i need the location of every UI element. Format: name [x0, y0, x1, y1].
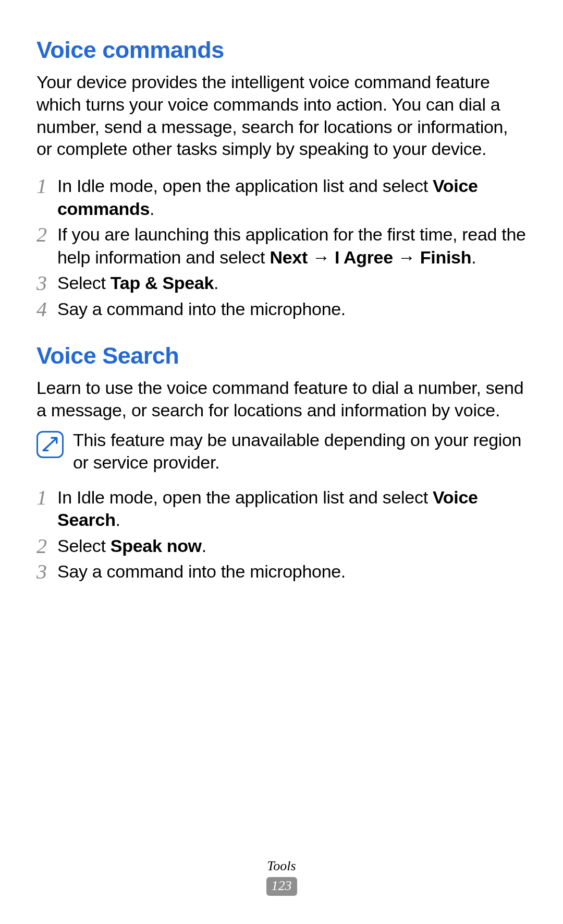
steps-voice-commands: 1 In Idle mode, open the application lis… [36, 175, 527, 320]
intro-voice-search: Learn to use the voice command feature t… [36, 377, 527, 422]
intro-voice-commands: Your device provides the intelligent voi… [36, 71, 527, 160]
step-item: 4 Say a command into the microphone. [36, 298, 527, 321]
step-item: 1 In Idle mode, open the application lis… [36, 486, 527, 532]
page-footer: Tools 123 [0, 858, 563, 896]
heading-voice-commands: Voice commands [36, 37, 527, 64]
step-number: 2 [36, 535, 57, 557]
heading-voice-search: Voice Search [36, 342, 527, 369]
step-number: 2 [36, 223, 57, 245]
step-item: 2 If you are launching this application … [36, 223, 527, 269]
note-block: This feature may be unavailable dependin… [36, 429, 527, 474]
step-text: In Idle mode, open the application list … [57, 486, 527, 532]
step-number: 3 [36, 560, 57, 582]
step-text: If you are launching this application fo… [57, 223, 527, 269]
step-text: Select Tap & Speak. [57, 272, 527, 295]
note-text: This feature may be unavailable dependin… [73, 429, 527, 474]
step-item: 3 Say a command into the microphone. [36, 560, 527, 583]
footer-section-label: Tools [0, 858, 563, 874]
step-number: 1 [36, 175, 57, 197]
step-number: 4 [36, 298, 57, 320]
step-text: Say a command into the microphone. [57, 298, 527, 321]
step-text: Select Speak now. [57, 535, 527, 558]
step-text: Say a command into the microphone. [57, 560, 527, 583]
document-page: Voice commands Your device provides the … [0, 0, 563, 583]
page-number-badge: 123 [266, 877, 297, 896]
step-item: 1 In Idle mode, open the application lis… [36, 175, 527, 220]
step-number: 3 [36, 272, 57, 294]
steps-voice-search: 1 In Idle mode, open the application lis… [36, 486, 527, 583]
note-icon [36, 431, 64, 458]
step-number: 1 [36, 486, 57, 508]
step-item: 2 Select Speak now. [36, 535, 527, 558]
step-text: In Idle mode, open the application list … [57, 175, 527, 220]
step-item: 3 Select Tap & Speak. [36, 272, 527, 295]
